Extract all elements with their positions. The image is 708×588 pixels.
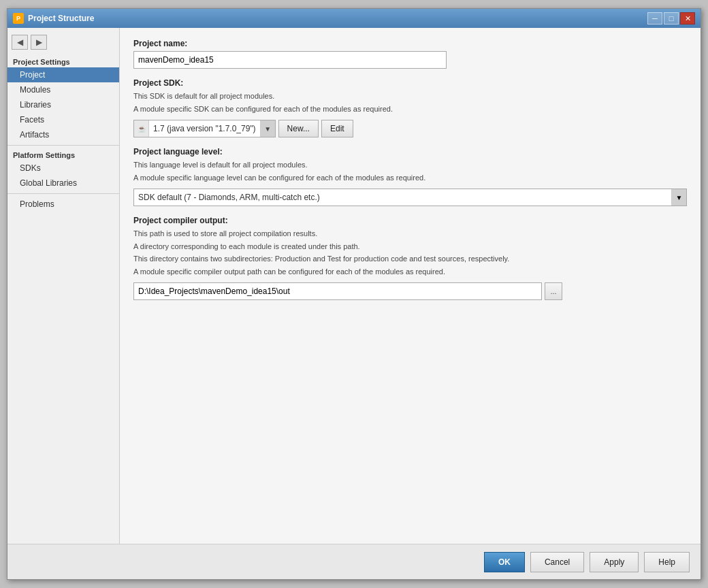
sidebar-item-problems[interactable]: Problems — [7, 197, 119, 212]
lang-desc2: A module specific language level can be … — [133, 172, 687, 184]
sidebar: ◀ ▶ Project Settings Project Modules Lib… — [7, 28, 120, 544]
project-lang-label: Project language level: — [133, 147, 687, 157]
main-content: ◀ ▶ Project Settings Project Modules Lib… — [7, 28, 701, 544]
sdk-dropdown[interactable]: ☕ 1.7 (java version "1.7.0_79") ▼ — [133, 120, 276, 137]
new-sdk-button[interactable]: New... — [278, 120, 319, 137]
project-name-label: Project name: — [133, 39, 687, 48]
sidebar-item-global-libraries[interactable]: Global Libraries — [7, 176, 119, 191]
platform-settings-label: Platform Settings — [7, 148, 119, 161]
compiler-output-input[interactable] — [133, 282, 542, 300]
sidebar-item-modules[interactable]: Modules — [7, 82, 119, 97]
sidebar-item-facets[interactable]: Facets — [7, 112, 119, 127]
compiler-output-label: Project compiler output: — [133, 216, 687, 225]
cancel-button[interactable]: Cancel — [530, 552, 584, 572]
lang-level-arrow-icon[interactable]: ▼ — [671, 189, 686, 206]
window-title: Project Structure — [28, 14, 647, 23]
content-area: Project name: Project SDK: This SDK is d… — [120, 28, 701, 544]
project-sdk-label: Project SDK: — [133, 78, 687, 88]
sidebar-item-sdks[interactable]: SDKs — [7, 161, 119, 176]
compiler-desc4: A module specific compiler output path c… — [133, 266, 687, 278]
sdk-dropdown-arrow-icon[interactable]: ▼ — [260, 120, 275, 137]
bottom-bar: OK Cancel Apply Help — [7, 544, 701, 579]
sidebar-item-project[interactable]: Project — [7, 67, 119, 82]
sidebar-divider-1 — [7, 145, 119, 146]
lang-level-dropdown[interactable]: SDK default (7 - Diamonds, ARM, multi-ca… — [133, 189, 687, 206]
close-button[interactable]: ✕ — [680, 12, 695, 24]
sidebar-item-artifacts[interactable]: Artifacts — [7, 127, 119, 142]
ok-button[interactable]: OK — [484, 552, 525, 572]
edit-sdk-button[interactable]: Edit — [321, 120, 353, 137]
apply-button[interactable]: Apply — [590, 552, 639, 572]
help-button[interactable]: Help — [644, 552, 690, 572]
window-icon: P — [13, 13, 24, 24]
compiler-desc1: This path is used to store all project c… — [133, 228, 687, 240]
sdk-java-icon: ☕ — [134, 120, 149, 137]
lang-desc1: This language level is default for all p… — [133, 159, 687, 171]
sdk-dropdown-text: 1.7 (java version "1.7.0_79") — [149, 124, 260, 133]
project-structure-window: P Project Structure ─ □ ✕ ◀ ▶ Project Se… — [7, 8, 701, 580]
nav-buttons: ◀ ▶ — [7, 32, 119, 55]
sidebar-item-libraries[interactable]: Libraries — [7, 97, 119, 112]
title-bar: P Project Structure ─ □ ✕ — [7, 9, 701, 28]
compiler-desc3: This directory contains two subdirectori… — [133, 253, 687, 265]
maximize-button[interactable]: □ — [664, 12, 679, 24]
compiler-desc2: A directory corresponding to each module… — [133, 241, 687, 252]
lang-level-text: SDK default (7 - Diamonds, ARM, multi-ca… — [134, 193, 671, 202]
sidebar-divider-2 — [7, 193, 119, 194]
sdk-desc1: This SDK is default for all project modu… — [133, 91, 687, 102]
browse-button[interactable]: ... — [545, 282, 562, 300]
minimize-button[interactable]: ─ — [647, 12, 662, 24]
sdk-desc2: A module specific SDK can be configured … — [133, 103, 687, 115]
nav-back-button[interactable]: ◀ — [12, 35, 28, 50]
output-row: ... — [133, 282, 687, 300]
window-controls: ─ □ ✕ — [647, 12, 695, 24]
project-settings-label: Project Settings — [7, 55, 119, 67]
sdk-row: ☕ 1.7 (java version "1.7.0_79") ▼ New...… — [133, 120, 687, 137]
nav-forward-button[interactable]: ▶ — [31, 35, 47, 50]
project-name-input[interactable] — [133, 51, 447, 69]
